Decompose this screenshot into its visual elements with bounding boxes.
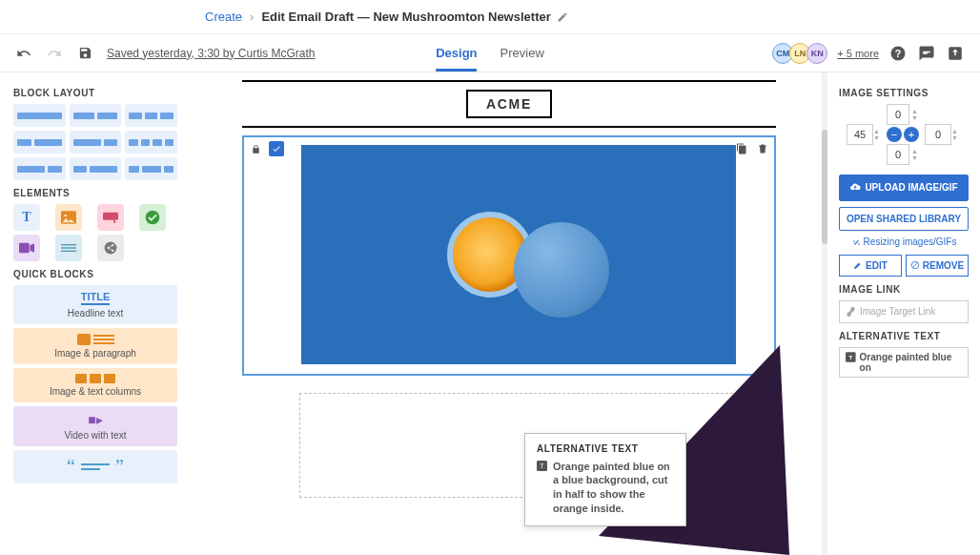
callout-heading: ALTERNATIVE TEXT — [537, 443, 674, 454]
quick-block-video[interactable]: ■▸ Video with text — [13, 406, 177, 446]
section-quick-blocks: QUICK BLOCKS — [13, 269, 177, 279]
divider-icon — [61, 243, 76, 253]
toolbar: Saved yesterday, 3:30 by Curtis McGrath … — [0, 34, 980, 72]
layout-tile[interactable] — [125, 104, 177, 127]
svg-text:T: T — [848, 353, 852, 360]
quick-block-image-paragraph[interactable]: Image & paragraph — [13, 328, 177, 364]
remove-image-button[interactable]: REMOVE — [906, 255, 969, 277]
stepper[interactable]: ▲▼ — [873, 124, 883, 145]
check-circle-icon — [145, 210, 160, 225]
element-text[interactable]: T — [13, 204, 40, 231]
avatar[interactable]: KN — [806, 43, 827, 64]
stepper[interactable]: ▲▼ — [911, 104, 921, 125]
open-library-button[interactable]: OPEN SHARED LIBRARY — [839, 207, 969, 231]
section-block-layout: BLOCK LAYOUT — [13, 88, 177, 98]
element-divider[interactable] — [55, 235, 82, 261]
quick-block-label: Image & paragraph — [21, 348, 170, 359]
image-icon — [75, 374, 87, 383]
check-icon — [272, 144, 281, 154]
element-checkmark[interactable] — [139, 204, 166, 231]
top-spacing-input[interactable]: 0 — [887, 104, 909, 125]
quick-block-quote[interactable]: “ ” — [13, 450, 177, 483]
chat-icon — [918, 45, 935, 62]
decrease-button[interactable]: − — [887, 127, 902, 142]
cloud-upload-icon — [849, 181, 861, 193]
duplicate-button[interactable] — [734, 141, 749, 156]
section-elements: ELEMENTS — [13, 188, 177, 198]
image-icon — [77, 334, 91, 345]
svg-point-10 — [105, 242, 117, 255]
callout-body: Orange painted blue on a blue background… — [553, 460, 674, 516]
tab-design[interactable]: Design — [436, 34, 477, 72]
layout-tile[interactable] — [70, 131, 122, 154]
layout-tile[interactable] — [13, 157, 66, 180]
redo-icon — [47, 46, 62, 61]
prohibit-icon — [910, 260, 920, 270]
element-image[interactable] — [55, 204, 82, 231]
layout-tile[interactable] — [125, 157, 177, 180]
breadcrumb-root-link[interactable]: Create — [205, 10, 242, 24]
edit-title-button[interactable] — [557, 11, 568, 23]
resize-help-link[interactable]: Resizing images/GIFs — [839, 236, 969, 249]
selected-image-block[interactable]: ↑ ↓ — [242, 135, 776, 376]
upload-image-button[interactable]: UPLOAD IMAGE/GIF — [839, 175, 969, 201]
quick-block-label: Headline text — [21, 308, 170, 319]
element-button[interactable] — [97, 204, 124, 231]
canvas[interactable]: ACME ↑ ↓ — [191, 72, 827, 555]
quick-blocks-list: TITLE Headline text Image & paragraph — [13, 285, 177, 483]
saved-status[interactable]: Saved yesterday, 3:30 by Curtis McGrath — [107, 47, 316, 60]
layout-tile[interactable] — [70, 157, 122, 180]
svg-rect-7 — [61, 244, 76, 245]
image-link-input[interactable]: Image Target Link — [839, 300, 969, 323]
logo-block[interactable]: ACME — [466, 90, 552, 118]
button-icon — [103, 212, 118, 223]
more-users-link[interactable]: + 5 more — [837, 48, 879, 59]
element-share[interactable] — [97, 235, 124, 261]
right-spacing-input[interactable]: 0 — [925, 124, 951, 145]
stepper[interactable]: ▲▼ — [951, 124, 961, 145]
svg-text:?: ? — [895, 47, 901, 58]
quick-block-title[interactable]: TITLE Headline text — [13, 285, 177, 324]
chevron-right-icon: › — [250, 10, 254, 24]
divider — [242, 126, 776, 128]
export-icon — [947, 45, 964, 62]
export-button[interactable] — [946, 44, 965, 63]
undo-button[interactable] — [15, 45, 32, 62]
quick-block-image-columns[interactable]: Image & text columns — [13, 368, 177, 402]
image-preview — [301, 145, 736, 364]
edit-image-button[interactable]: EDIT — [839, 255, 902, 277]
layout-tile[interactable] — [13, 104, 66, 127]
comments-button[interactable] — [917, 44, 936, 63]
stepper[interactable]: ▲▼ — [911, 144, 921, 165]
alt-text-input[interactable]: T Orange painted blue on — [839, 347, 969, 378]
increase-button[interactable]: + — [904, 127, 919, 142]
section-image-link: IMAGE LINK — [839, 284, 969, 295]
quote-open-icon: “ — [67, 456, 75, 478]
element-video[interactable] — [13, 235, 40, 261]
right-panel: IMAGE SETTINGS 45 ▲▼ 0 ▲▼ − + — [827, 72, 980, 555]
image-icon — [61, 211, 76, 224]
scrollbar[interactable] — [822, 72, 827, 555]
lock-icon — [251, 144, 261, 154]
title-label-icon: TITLE — [81, 291, 111, 305]
scrollbar-thumb[interactable] — [822, 130, 827, 244]
redo-button[interactable] — [46, 45, 63, 62]
svg-rect-9 — [61, 251, 76, 252]
section-image-settings: IMAGE SETTINGS — [839, 88, 969, 98]
lock-button[interactable] — [248, 141, 263, 156]
layout-tile[interactable] — [13, 131, 66, 154]
rotation-input[interactable]: 45 — [847, 124, 873, 145]
delete-button[interactable] — [755, 141, 770, 156]
section-alternative-text: ALTERNATIVE TEXT — [839, 331, 969, 341]
select-checkbox[interactable] — [269, 141, 284, 156]
pencil-icon — [853, 260, 863, 270]
copy-icon — [736, 143, 747, 154]
help-button[interactable]: ? — [888, 44, 908, 63]
tab-preview[interactable]: Preview — [500, 34, 544, 72]
layout-tile[interactable] — [125, 131, 177, 154]
save-button[interactable] — [76, 45, 93, 62]
svg-rect-6 — [19, 243, 30, 254]
bottom-spacing-input[interactable]: 0 — [887, 144, 909, 165]
layout-tile[interactable] — [70, 104, 122, 127]
lines-icon — [93, 335, 114, 344]
